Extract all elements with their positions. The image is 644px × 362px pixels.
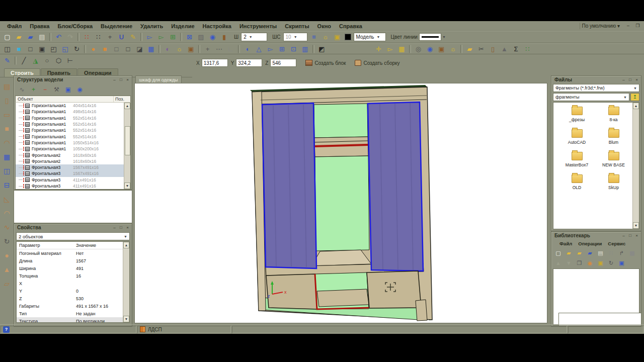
curve-panel-icon[interactable]: ∿ (2, 222, 13, 233)
open-file-icon[interactable]: ▰ (14, 32, 24, 42)
close-icon[interactable]: × (125, 77, 130, 82)
lib-pattern-icon[interactable]: ▩ (627, 249, 637, 257)
separator[interactable] (312, 45, 314, 53)
insert-icon[interactable]: ⊡ (288, 44, 299, 54)
menu-item[interactable]: Файл (556, 240, 575, 247)
separator[interactable] (180, 33, 182, 41)
minimize-button[interactable]: – (625, 23, 631, 29)
column-object[interactable]: Объект (16, 96, 113, 102)
contour-icon[interactable]: △ (254, 44, 264, 54)
cabinet-icon[interactable]: ▯ (488, 44, 498, 54)
scroll-up-icon[interactable]: ▲ (123, 242, 129, 248)
property-row[interactable]: Текстура По вертикали (17, 317, 129, 323)
save-icon[interactable]: ▰ (25, 32, 36, 42)
tools-icon[interactable]: ⚒ (51, 85, 62, 95)
board-flat-icon[interactable]: ▭ (2, 109, 13, 120)
property-row[interactable]: X (17, 280, 129, 287)
draw-line-icon[interactable]: ✎ (128, 32, 138, 42)
hidden-line-cube-icon[interactable]: □ (25, 44, 36, 54)
menu-item[interactable]: Окно (313, 22, 335, 30)
help-icon[interactable]: ? (3, 326, 10, 333)
file-filter-combo[interactable]: Фрагменты (*.fr3d;*.frw)▼ (553, 84, 639, 92)
scroll-down-icon[interactable]: ▼ (124, 183, 130, 189)
tree-row[interactable]: Фронтальная3 411x491x16 (16, 183, 130, 189)
z-input[interactable] (270, 59, 296, 67)
property-row[interactable]: Тип Не задан (17, 310, 129, 317)
property-row[interactable]: Y 0 (17, 287, 129, 295)
tree-row[interactable]: Горизонтальная1 498x514x16 (16, 109, 130, 115)
minimize-icon[interactable]: – (621, 77, 626, 82)
remove-edge-icon[interactable]: − (40, 85, 50, 95)
deselect-icon[interactable]: ⊠ (184, 32, 195, 42)
y-input[interactable] (236, 59, 262, 67)
wireframe-cube-icon[interactable]: ◫ (2, 44, 13, 54)
layers-icon[interactable]: ≡ (309, 32, 319, 42)
lib-window-icon[interactable]: ❐ (575, 259, 584, 267)
wire-solid-cube-icon[interactable]: ◪ (134, 44, 145, 54)
lib-refresh-icon[interactable]: ↻ (606, 259, 616, 267)
solid-cube-icon[interactable]: ■ (14, 44, 24, 54)
files-scrollbar[interactable]: ▲ ▼ (632, 103, 639, 229)
preview-doc-icon[interactable]: ▣ (63, 85, 73, 95)
magnet-icon[interactable]: U (116, 32, 127, 42)
arch-panel-icon[interactable]: ◠ (2, 208, 13, 219)
lib-up-icon[interactable]: ▲ (553, 259, 563, 267)
select-cursor-icon[interactable]: ▻ (144, 32, 155, 42)
menu-item[interactable]: Инструменты (235, 22, 281, 30)
panel-stack-icon[interactable]: ▤ (2, 81, 13, 92)
grid-icon[interactable]: ∷ (93, 32, 104, 42)
shaded-ball-icon[interactable]: ● (88, 44, 99, 54)
tree-row[interactable]: Фронтальная2 1618x60x16 (16, 158, 130, 164)
select-by-color-icon[interactable]: ▻ (156, 32, 167, 42)
tree-row[interactable]: Горизонтальная1 552x514x16 (16, 115, 130, 121)
edit-nodes-icon[interactable]: + (105, 32, 115, 42)
separator[interactable] (460, 45, 462, 53)
dashed-cube-icon[interactable]: ▣ (37, 44, 47, 54)
close-icon[interactable]: × (125, 225, 130, 230)
scroll-down-icon[interactable]: ▼ (633, 222, 639, 229)
rotate-part-icon[interactable]: ↻ (2, 236, 13, 247)
create-block-button[interactable]: Создать блок (305, 60, 346, 66)
dimension-tool-icon[interactable]: ⊢ (65, 56, 75, 65)
create-assembly-button[interactable]: Создать сборку (355, 60, 399, 66)
sum-icon[interactable]: Σ (511, 44, 521, 54)
polygon-tool-icon[interactable]: ⬡ (53, 56, 64, 65)
lib-link-icon[interactable]: ∷ (606, 249, 616, 257)
up-folder-icon[interactable]: ↥ (630, 93, 639, 101)
minimize-icon[interactable]: – (112, 77, 117, 82)
line-widthc-combo[interactable]: 10▼ (283, 33, 307, 41)
minimize-icon[interactable]: – (112, 225, 117, 230)
lib-save-icon[interactable]: ▰ (585, 249, 595, 257)
snap-points-icon[interactable]: ∷ (82, 32, 92, 42)
undo-icon[interactable]: ↶ (53, 32, 64, 42)
folder-item[interactable]: 8-ка (595, 107, 632, 122)
maximize-icon[interactable]: □ (118, 77, 124, 82)
lib-new-icon[interactable]: ▢ (553, 249, 563, 257)
bent-panel-icon[interactable]: ◠ (2, 137, 13, 148)
mode-combo[interactable]: Модель▼ (354, 33, 386, 41)
scroll-thumb[interactable] (125, 126, 130, 155)
lib-preview-icon[interactable]: ▣ (617, 259, 626, 267)
array-icon[interactable]: ⊞ (277, 44, 287, 54)
property-row[interactable]: Толщина 16 (17, 272, 129, 280)
board-vertical-icon[interactable]: ▯ (2, 95, 13, 106)
lib-font-icon[interactable]: ↱ (617, 249, 626, 257)
folder-item[interactable]: OLD (558, 174, 595, 190)
zoom-window-icon[interactable]: ◉ (425, 44, 435, 54)
model-viewport[interactable]: x z (134, 83, 547, 323)
corner-panel-icon[interactable]: ◺ (2, 194, 13, 205)
menu-item[interactable]: Изделие (167, 22, 198, 30)
slab-icon[interactable]: ▱ (2, 278, 13, 289)
cut-panel-icon[interactable]: ▦ (2, 151, 13, 162)
separator[interactable] (158, 45, 160, 53)
separator[interactable] (77, 33, 79, 41)
outline-cube-icon[interactable]: □ (123, 44, 133, 54)
scroll-up-icon[interactable]: ▲ (124, 103, 130, 109)
divider-v-icon[interactable]: ◫ (2, 165, 13, 176)
tree-row[interactable]: Горизонтальная1 552x514x16 (16, 121, 130, 127)
property-row[interactable]: Ширина 491 (17, 264, 129, 272)
tree-row[interactable]: Фронтальная3 411x491x16 (16, 177, 130, 183)
select-window-icon[interactable]: ⊞ (168, 32, 178, 42)
lib-down-icon[interactable]: ▼ (564, 259, 574, 267)
half-cube-icon[interactable]: ◰ (48, 44, 59, 54)
